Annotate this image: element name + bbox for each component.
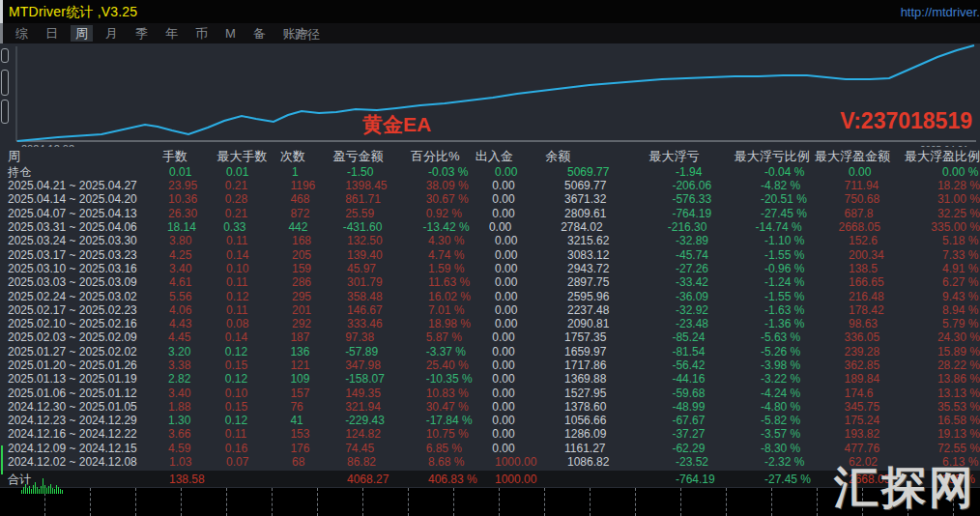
table-row[interactable]: 2025.03.03 ~ 2025.03.094.610.11286301.79… xyxy=(0,275,980,289)
table-row[interactable]: 2025.03.17 ~ 2025.03.234.250.14205139.40… xyxy=(0,247,980,261)
cell: 1.88 xyxy=(166,400,223,414)
table-row[interactable]: 2025.04.07 ~ 2025.04.1326.300.2187225.59… xyxy=(0,207,980,220)
histogram-bar xyxy=(23,487,24,494)
cell: -1.10 % xyxy=(763,234,847,247)
cell: 5.87 % xyxy=(424,330,479,344)
cell: 0.00 xyxy=(478,372,547,386)
menu-tab-1[interactable]: 日 xyxy=(41,25,63,42)
cell: 5.18 % xyxy=(940,234,980,247)
menu-bar: 综日周月季年币M备账户 路径 xyxy=(0,23,980,43)
grid-dash xyxy=(726,488,727,516)
cell: 0.01 xyxy=(224,165,284,179)
table-row[interactable]: 2025.03.31 ~ 2025.04.0618.140.33442-431.… xyxy=(0,220,980,234)
cell: 872 xyxy=(282,207,343,220)
cell: -206.06 xyxy=(670,179,759,192)
cell: -4.80 % xyxy=(759,400,843,414)
cell: 18.98 % xyxy=(426,317,481,330)
cell: 18.14 xyxy=(165,220,221,234)
cell: 1086.82 xyxy=(550,455,674,469)
cell: 132.50 xyxy=(345,234,426,247)
cell: 0.12 xyxy=(223,372,283,386)
table-row[interactable]: 2024.12.02 ~ 2024.12.081.030.076886.828.… xyxy=(0,455,980,469)
cell: 1659.97 xyxy=(547,345,670,358)
cell: 98.63 xyxy=(847,317,940,330)
cell: 3215.62 xyxy=(550,234,674,247)
cell: -4.24 % xyxy=(759,387,843,400)
cell: -4.82 % xyxy=(759,179,843,192)
menu-tab-6[interactable]: 币 xyxy=(190,25,213,42)
table-row[interactable]: 2025.02.24 ~ 2025.03.025.560.12295358.48… xyxy=(0,289,980,302)
cell: -27.26 xyxy=(674,262,763,275)
cell: 1.30 xyxy=(166,414,223,427)
cell: -59.68 xyxy=(670,387,759,400)
table-row[interactable]: 2025.04.14 ~ 2025.04.2010.360.28468861.7… xyxy=(0,192,980,206)
open-position-row[interactable]: 持仓0.010.011-1.50-0.03 %0.005069.77-1.94-… xyxy=(0,165,980,179)
cell: 0.00 xyxy=(847,165,940,179)
grid-dash xyxy=(181,488,182,516)
weekly-stats-table: 周手数最大手数次数盈亏金额百分比%出入金余额最大浮亏最大浮亏比例最大浮盈金额最大… xyxy=(0,147,980,488)
menu-tab-2[interactable]: 周 xyxy=(71,25,93,42)
menu-tab-4[interactable]: 季 xyxy=(130,25,153,42)
cell: 136 xyxy=(282,345,343,358)
table-row[interactable]: 2024.12.30 ~ 2025.01.051.880.1576321.943… xyxy=(0,400,980,414)
table-row[interactable]: 2025.04.21 ~ 2025.04.2723.950.2111961398… xyxy=(0,179,980,192)
cell: 7.01 % xyxy=(426,303,481,317)
cell: 2595.96 xyxy=(550,290,674,303)
table-row[interactable]: 2024.12.16 ~ 2024.12.223.660.11153124.82… xyxy=(0,427,980,441)
cell: 168 xyxy=(284,234,345,247)
cell: 750.68 xyxy=(842,192,935,206)
table-row[interactable]: 2024.12.23 ~ 2024.12.291.300.1241-229.43… xyxy=(0,414,980,427)
table-row[interactable]: 2024.12.09 ~ 2024.12.154.590.1617674.456… xyxy=(0,442,980,455)
menu-tab-7[interactable]: M xyxy=(220,25,241,42)
cell: 0.00 xyxy=(481,317,550,330)
green-marker xyxy=(1,445,3,474)
cell: 0.00 xyxy=(478,400,547,414)
cell: -17.84 % xyxy=(424,414,479,427)
histogram-bar xyxy=(21,490,22,494)
table-row[interactable]: 2025.01.06 ~ 2025.01.123.400.10157149.35… xyxy=(0,386,980,399)
cell: 0.00 xyxy=(481,234,550,247)
cell: 45.97 xyxy=(345,262,426,275)
period-cell: 2025.03.31 ~ 2025.04.06 xyxy=(8,220,165,234)
cell: 6.85 % xyxy=(424,442,479,455)
table-row[interactable]: 2025.02.03 ~ 2025.02.094.450.1418797.385… xyxy=(0,330,980,344)
dock-handle[interactable] xyxy=(1,48,9,63)
dock-handle[interactable] xyxy=(1,70,9,96)
strategy-name-label: 黄金EA xyxy=(362,111,431,138)
cell: -216.30 xyxy=(666,220,754,234)
menu-tab-8[interactable]: 备 xyxy=(248,25,271,42)
period-cell: 2025.04.14 ~ 2025.04.20 xyxy=(8,192,166,206)
cell: 2809.61 xyxy=(547,207,670,220)
column-header: 次数 xyxy=(273,150,331,163)
dock-handle[interactable] xyxy=(1,100,9,124)
cell: -0.04 % xyxy=(763,165,847,179)
cell: 0.10 xyxy=(224,262,284,275)
cell: 3.38 xyxy=(166,358,223,372)
path-menu-item[interactable]: 路径 xyxy=(295,26,320,43)
table-row[interactable]: 2025.03.24 ~ 2025.03.303.800.11168132.50… xyxy=(0,234,980,247)
cell: -20.51 % xyxy=(759,192,843,206)
table-row[interactable]: 2025.03.10 ~ 2025.03.163.400.1015945.971… xyxy=(0,262,980,275)
menu-tab-3[interactable]: 月 xyxy=(101,25,123,42)
menu-tab-0[interactable]: 综 xyxy=(11,25,33,42)
menu-tab-5[interactable]: 年 xyxy=(160,25,183,42)
cell: 15.89 % xyxy=(936,345,980,358)
period-tabs: 综日周月季年币M备账户 xyxy=(3,24,313,43)
table-row[interactable]: 2025.01.13 ~ 2025.01.192.820.12109-158.0… xyxy=(0,372,980,386)
cell: -81.54 xyxy=(670,345,759,358)
total-row[interactable]: 合计138.584068.27406.83 %1000.00-764.19-27… xyxy=(0,471,980,487)
cell: 74.45 xyxy=(343,442,424,455)
histogram-bar xyxy=(31,489,32,494)
cell: 3083.12 xyxy=(550,248,674,262)
cell: -37.27 xyxy=(670,427,759,441)
cell: -3.98 % xyxy=(759,358,843,372)
website-link[interactable]: http://mtdriver. xyxy=(901,5,980,19)
cell: 16.02 % xyxy=(426,290,481,303)
table-row[interactable]: 2025.02.17 ~ 2025.02.234.060.11201146.67… xyxy=(0,303,980,317)
cell: 362.85 xyxy=(842,358,935,372)
table-row[interactable]: 2025.02.10 ~ 2025.02.164.430.08292333.46… xyxy=(0,317,980,330)
table-row[interactable]: 2025.01.20 ~ 2025.01.263.380.15121347.98… xyxy=(0,358,980,372)
cell: 1378.60 xyxy=(547,400,670,414)
cell: 16.58 % xyxy=(936,414,980,427)
table-row[interactable]: 2025.01.27 ~ 2025.02.023.200.12136-57.89… xyxy=(0,345,980,358)
